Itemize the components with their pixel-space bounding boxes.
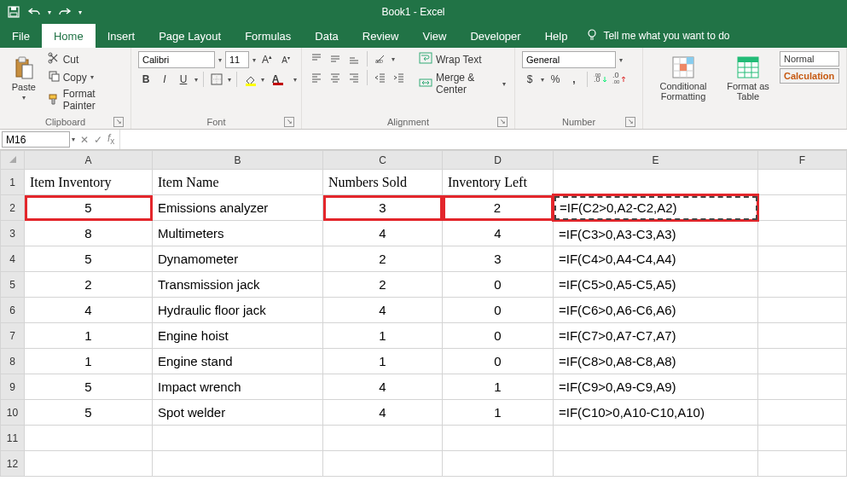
tab-view[interactable]: View: [410, 24, 458, 48]
cell[interactable]: [25, 451, 153, 477]
tab-formulas[interactable]: Formulas: [233, 24, 303, 48]
comma-format-button[interactable]: ,: [566, 72, 582, 87]
align-right-icon[interactable]: [346, 70, 362, 85]
cell[interactable]: Emissions analyzer: [153, 195, 323, 221]
tab-data[interactable]: Data: [303, 24, 350, 48]
row-header[interactable]: 6: [1, 298, 25, 323]
cell[interactable]: Multimeters: [153, 221, 323, 246]
row-header[interactable]: 5: [1, 272, 25, 298]
tab-file[interactable]: File: [0, 24, 42, 48]
cell[interactable]: [758, 298, 847, 323]
cell[interactable]: 4: [443, 221, 554, 246]
name-box[interactable]: [2, 131, 70, 148]
cell[interactable]: Engine stand: [153, 349, 323, 374]
cell[interactable]: 4: [323, 221, 443, 246]
row-header[interactable]: 11: [1, 426, 25, 451]
cell[interactable]: [758, 349, 847, 374]
col-header-C[interactable]: C: [323, 151, 443, 170]
cell[interactable]: 3: [323, 195, 443, 221]
cell[interactable]: Spot welder: [153, 400, 323, 426]
save-icon[interactable]: [7, 5, 20, 19]
increase-decimal-icon[interactable]: .0.00: [593, 72, 608, 87]
align-left-icon[interactable]: [309, 70, 324, 85]
cell[interactable]: [25, 426, 153, 451]
cell[interactable]: Impact wrench: [153, 374, 323, 400]
cell[interactable]: 2: [323, 246, 443, 272]
cell[interactable]: =IF(C3>0,A3-C3,A3): [554, 221, 758, 246]
select-all-corner[interactable]: [1, 151, 25, 170]
cell[interactable]: 0: [443, 323, 554, 349]
dialog-launcher-icon[interactable]: ↘: [497, 117, 508, 127]
tab-help[interactable]: Help: [533, 24, 580, 48]
fill-color-button[interactable]: [242, 72, 258, 87]
cell[interactable]: 5: [25, 400, 153, 426]
cell[interactable]: [443, 426, 554, 451]
col-header-D[interactable]: D: [443, 151, 554, 170]
increase-font-icon[interactable]: A▴: [259, 52, 275, 67]
dialog-launcher-icon[interactable]: ↘: [284, 117, 294, 127]
cell[interactable]: 2: [25, 272, 153, 298]
merge-center-button[interactable]: Merge & Center ▾: [417, 71, 508, 96]
cell[interactable]: =IF(C4>0,A4-C4,A4): [554, 246, 758, 272]
row-header[interactable]: 3: [1, 221, 25, 246]
align-center-icon[interactable]: [328, 70, 343, 85]
cell[interactable]: Engine hoist: [153, 323, 323, 349]
font-name-input[interactable]: [138, 51, 215, 68]
cell[interactable]: Transmission jack: [153, 272, 323, 298]
cell-styles-gallery[interactable]: Normal Calculation: [780, 51, 839, 84]
undo-dropdown-icon[interactable]: ▾: [48, 9, 51, 16]
row-header[interactable]: 8: [1, 349, 25, 374]
redo-icon[interactable]: [58, 5, 72, 19]
cell[interactable]: [758, 451, 847, 477]
cell[interactable]: [758, 323, 847, 349]
col-header-B[interactable]: B: [153, 151, 323, 170]
format-painter-button[interactable]: Format Painter: [46, 87, 124, 113]
tell-me-search[interactable]: Tell me what you want to do: [586, 24, 729, 48]
percent-format-button[interactable]: %: [548, 72, 563, 87]
cell[interactable]: Hydraulic floor jack: [153, 298, 323, 323]
copy-button[interactable]: Copy ▾: [46, 69, 124, 85]
bold-button[interactable]: B: [138, 72, 154, 87]
cell[interactable]: [758, 272, 847, 298]
cell[interactable]: 1: [323, 349, 443, 374]
cell[interactable]: [323, 426, 443, 451]
cell[interactable]: 1: [25, 323, 153, 349]
orientation-icon[interactable]: ab: [373, 51, 388, 67]
cell[interactable]: Inventory Left: [443, 170, 554, 195]
cell[interactable]: 5: [25, 246, 153, 272]
cell[interactable]: [554, 170, 758, 195]
cell[interactable]: 2: [443, 195, 554, 221]
cell[interactable]: =IF(C8>0,A8-C8,A8): [554, 349, 758, 374]
decrease-font-icon[interactable]: A▾: [278, 52, 293, 67]
cancel-icon[interactable]: ✕: [80, 134, 89, 146]
increase-indent-icon[interactable]: [392, 70, 407, 85]
cell[interactable]: [758, 400, 847, 426]
cell[interactable]: 0: [443, 298, 554, 323]
cell[interactable]: [758, 426, 847, 451]
row-header[interactable]: 9: [1, 374, 25, 400]
accounting-format-button[interactable]: $: [522, 72, 537, 87]
cell[interactable]: 1: [443, 400, 554, 426]
font-size-input[interactable]: [225, 51, 249, 68]
decrease-indent-icon[interactable]: [373, 70, 388, 85]
tab-insert[interactable]: Insert: [96, 24, 148, 48]
decrease-decimal-icon[interactable]: .0.00: [612, 72, 627, 87]
cell[interactable]: [153, 451, 323, 477]
underline-button[interactable]: U: [176, 72, 191, 87]
cell[interactable]: 1: [443, 374, 554, 400]
cell[interactable]: 8: [25, 221, 153, 246]
cell[interactable]: =IF(C2>0,A2-C2,A2): [554, 195, 758, 221]
cell[interactable]: 1: [25, 349, 153, 374]
cell[interactable]: 3: [443, 246, 554, 272]
cell[interactable]: [758, 195, 847, 221]
cell[interactable]: [323, 451, 443, 477]
tab-developer[interactable]: Developer: [458, 24, 532, 48]
row-header[interactable]: 10: [1, 400, 25, 426]
cell[interactable]: 4: [25, 298, 153, 323]
chevron-down-icon[interactable]: ▾: [194, 76, 198, 84]
row-header[interactable]: 2: [1, 195, 25, 221]
fx-icon[interactable]: fx: [107, 132, 114, 146]
col-header-E[interactable]: E: [554, 151, 758, 170]
chevron-down-icon[interactable]: ▾: [619, 56, 623, 64]
cell[interactable]: [758, 170, 847, 195]
